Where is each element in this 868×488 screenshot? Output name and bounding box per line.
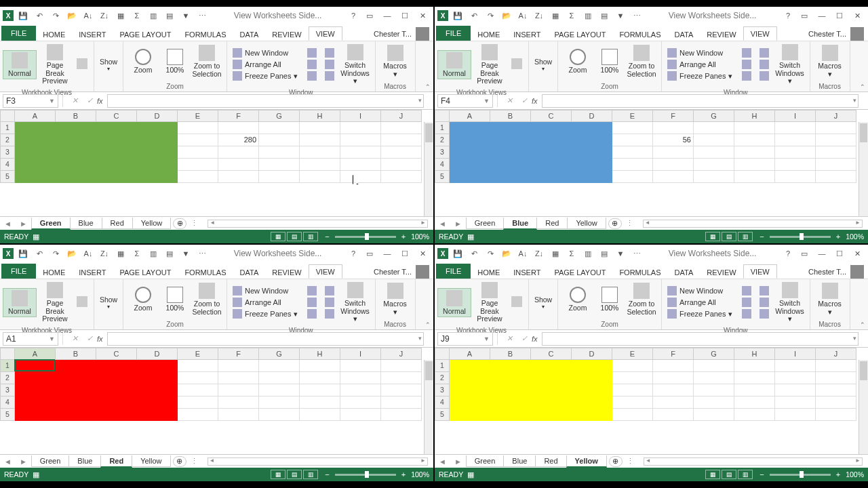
sheet-tab-red[interactable]: Red bbox=[102, 218, 133, 229]
sheet-tab-green[interactable]: Green bbox=[466, 455, 505, 467]
cell-G4[interactable] bbox=[259, 159, 300, 171]
macros-dropdown[interactable]: Macros ▾ bbox=[813, 281, 847, 317]
page-break-preview-button[interactable]: Page Break Preview bbox=[473, 281, 507, 325]
cell-I2[interactable] bbox=[340, 134, 381, 146]
split-button[interactable] bbox=[304, 47, 319, 58]
cell-H1[interactable] bbox=[300, 122, 340, 134]
cell-E3[interactable] bbox=[178, 146, 218, 159]
cell-I4[interactable] bbox=[340, 159, 381, 171]
name-box[interactable]: F4▼ bbox=[437, 94, 493, 108]
tab-view[interactable]: VIEW bbox=[309, 26, 342, 41]
vertical-scrollbar[interactable] bbox=[424, 360, 433, 454]
normal-view-icon[interactable]: ▦ bbox=[271, 232, 285, 241]
sheet-tab-yellow[interactable]: Yellow bbox=[132, 218, 171, 229]
cell-F5[interactable] bbox=[218, 409, 259, 421]
cell-G3[interactable] bbox=[694, 146, 734, 159]
page-break-view-icon[interactable]: ▥ bbox=[738, 470, 753, 479]
cell-E3[interactable] bbox=[612, 384, 653, 396]
normal-view-icon[interactable]: ▦ bbox=[705, 470, 720, 479]
cell-J1[interactable] bbox=[381, 360, 422, 372]
cell-F3[interactable] bbox=[218, 384, 259, 396]
cell-F3[interactable] bbox=[218, 146, 259, 159]
cell-I1[interactable] bbox=[340, 122, 381, 134]
tab-data[interactable]: DATA bbox=[233, 28, 266, 41]
formula-input[interactable]: ▾ bbox=[107, 332, 424, 346]
formula-input[interactable]: ▾ bbox=[107, 94, 424, 108]
sort-desc-icon[interactable]: Z↓ bbox=[532, 9, 546, 22]
cell-G2[interactable] bbox=[259, 372, 300, 384]
column-header-H[interactable]: H bbox=[300, 110, 340, 122]
cell-I3[interactable] bbox=[775, 384, 816, 396]
cell-F2[interactable]: 56 bbox=[653, 134, 694, 146]
sheet-tab-green[interactable]: Green bbox=[31, 218, 71, 230]
column-header-H[interactable]: H bbox=[734, 348, 775, 360]
select-all-corner[interactable] bbox=[0, 110, 15, 122]
avatar[interactable] bbox=[416, 27, 429, 41]
cell-F1[interactable] bbox=[218, 360, 259, 372]
cell-J2[interactable] bbox=[816, 134, 856, 146]
cell-I1[interactable] bbox=[340, 360, 381, 372]
cell-E2[interactable] bbox=[612, 134, 653, 146]
column-header-J[interactable]: J bbox=[816, 348, 856, 360]
undo-icon[interactable]: ↶ bbox=[33, 247, 46, 260]
cell-H4[interactable] bbox=[734, 159, 775, 171]
user-name[interactable]: Chester T... bbox=[808, 30, 846, 38]
save-icon[interactable]: 💾 bbox=[451, 9, 465, 22]
macros-dropdown[interactable]: Macros ▾ bbox=[378, 43, 412, 79]
autosum-icon[interactable]: Σ bbox=[130, 247, 144, 260]
cell-H2[interactable] bbox=[734, 372, 775, 384]
minimize-button[interactable]: — bbox=[814, 247, 830, 260]
tab-data[interactable]: DATA bbox=[668, 266, 701, 279]
column-header-G[interactable]: G bbox=[259, 110, 300, 122]
filter-icon[interactable]: ▼ bbox=[614, 247, 627, 260]
pivot-icon[interactable]: ▤ bbox=[597, 9, 611, 22]
column-header-G[interactable]: G bbox=[694, 110, 734, 122]
cell-F4[interactable] bbox=[653, 396, 694, 409]
zoom-out-button[interactable]: − bbox=[757, 470, 766, 479]
row-header-1[interactable]: 1 bbox=[435, 122, 450, 134]
macro-record-icon[interactable]: ▦ bbox=[467, 232, 474, 241]
view-side-by-side-button[interactable] bbox=[322, 285, 337, 296]
column-header-E[interactable]: E bbox=[612, 110, 653, 122]
cell-I5[interactable] bbox=[775, 171, 816, 183]
cell-J5[interactable] bbox=[816, 171, 856, 183]
cell-E2[interactable] bbox=[178, 134, 218, 146]
cancel-icon[interactable]: ✕ bbox=[504, 96, 515, 105]
cell-J4[interactable] bbox=[381, 396, 422, 409]
filter-icon[interactable]: ▼ bbox=[179, 9, 193, 22]
cell-I4[interactable] bbox=[775, 396, 816, 409]
cell-H2[interactable] bbox=[300, 372, 340, 384]
reset-position-button[interactable] bbox=[757, 70, 772, 81]
new-sheet-button[interactable]: ⊕ bbox=[609, 456, 623, 467]
freeze-panes-dropdown[interactable]: Freeze Panes ▾ bbox=[230, 308, 300, 319]
zoom-100-button[interactable]: 100% bbox=[161, 47, 189, 76]
cell-G4[interactable] bbox=[259, 396, 300, 409]
tab-insert[interactable]: INSERT bbox=[72, 266, 113, 279]
help-icon[interactable]: ? bbox=[781, 247, 795, 260]
row-header-5[interactable]: 5 bbox=[0, 171, 15, 183]
cell-H5[interactable] bbox=[734, 409, 775, 421]
worksheet-grid[interactable]: ABCDEFGHIJ 12345 bbox=[0, 348, 433, 454]
cell-I4[interactable] bbox=[775, 159, 816, 171]
zoom-out-button[interactable]: − bbox=[322, 232, 332, 241]
collapse-ribbon-icon[interactable]: ⌃ bbox=[425, 83, 431, 90]
ribbon-options-icon[interactable]: ▭ bbox=[797, 247, 811, 260]
cell-H2[interactable] bbox=[734, 134, 775, 146]
cell-E5[interactable] bbox=[178, 409, 218, 421]
row-header-3[interactable]: 3 bbox=[435, 146, 450, 159]
tab-review[interactable]: REVIEW bbox=[265, 28, 308, 41]
zoom-in-button[interactable]: + bbox=[833, 470, 843, 479]
sync-scroll-button[interactable] bbox=[757, 297, 772, 308]
column-header-F[interactable]: F bbox=[218, 348, 259, 360]
form-icon[interactable]: ▦ bbox=[114, 247, 127, 260]
cell-J5[interactable] bbox=[381, 409, 422, 421]
freeze-panes-dropdown[interactable]: Freeze Panes ▾ bbox=[665, 70, 735, 81]
cell-I5[interactable] bbox=[775, 409, 816, 421]
column-header-E[interactable]: E bbox=[178, 348, 218, 360]
freeze-panes-dropdown[interactable]: Freeze Panes ▾ bbox=[665, 308, 735, 319]
expand-formula-icon[interactable]: ▾ bbox=[418, 335, 422, 342]
show-dropdown[interactable]: Show▾ bbox=[532, 295, 555, 311]
switch-windows-dropdown[interactable]: Switch Windows ▾ bbox=[338, 281, 372, 325]
form-icon[interactable]: ▦ bbox=[114, 9, 127, 22]
cell-F2[interactable]: 280 bbox=[218, 134, 259, 146]
